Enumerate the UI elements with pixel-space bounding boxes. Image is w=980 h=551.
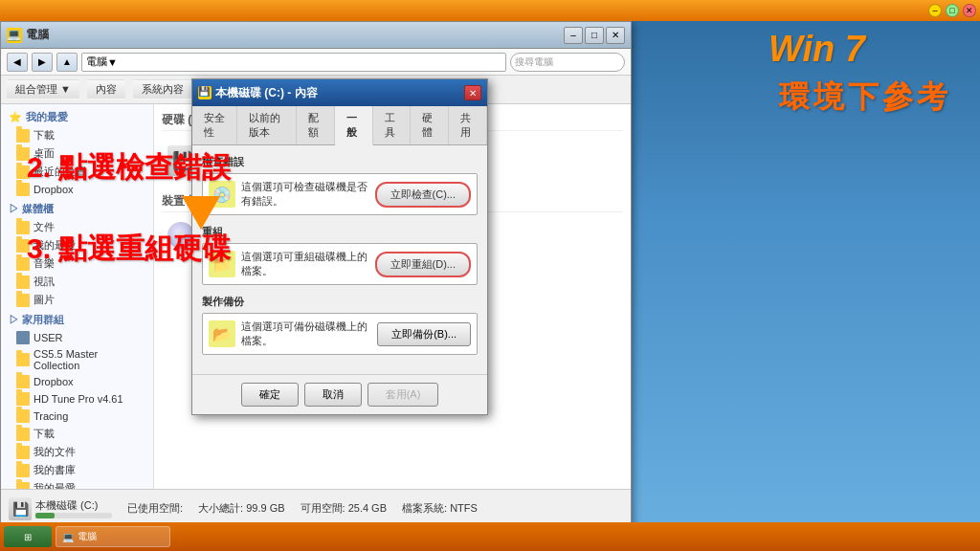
close-button[interactable]: ✕ bbox=[963, 4, 976, 17]
sidebar-item-mylibrary[interactable]: 我的書庫 bbox=[1, 461, 153, 479]
sidebar-item-cs55[interactable]: CS5.5 Master Collection bbox=[1, 346, 153, 373]
sidebar-item-myfavorites[interactable]: 我的最愛 bbox=[1, 479, 153, 489]
dialog-tab-previous[interactable]: 以前的版本 bbox=[237, 106, 297, 144]
statusbar-used-item: 已使用空間: bbox=[127, 501, 183, 516]
win7-annotation: Win 7 bbox=[768, 29, 865, 70]
defrag-now-button[interactable]: 立即重組(D)... bbox=[375, 252, 471, 277]
sidebar-item-label: 我的最愛 bbox=[33, 238, 76, 253]
backup-now-button[interactable]: 立即備份(B)... bbox=[377, 322, 471, 346]
sidebar-homegroup-header[interactable]: ▷ 家用群組 bbox=[1, 309, 153, 329]
statusbar-free-item: 可用空間: 25.4 GB bbox=[301, 501, 387, 516]
dialog-tab-general[interactable]: 一般 bbox=[335, 106, 373, 145]
folder-icon bbox=[16, 464, 30, 477]
star-icon: ⭐ bbox=[9, 111, 22, 123]
backup-section-icon: 📂 bbox=[209, 320, 235, 347]
title-bar: – □ ✕ bbox=[0, 0, 980, 21]
taskbar-explorer-icon: 💻 bbox=[62, 532, 74, 542]
defrag-section-icon: 📁 bbox=[209, 251, 235, 277]
forward-button[interactable]: ▶ bbox=[32, 53, 53, 72]
sidebar-item-download2[interactable]: 下載 bbox=[1, 425, 153, 443]
check-section-text: 這個選項可檢查磁碟機是否有錯誤。 bbox=[241, 180, 369, 209]
dialog-apply-button[interactable]: 套用(A) bbox=[368, 383, 439, 407]
folder-icon bbox=[16, 165, 30, 179]
dialog-ok-button[interactable]: 確定 bbox=[241, 383, 299, 407]
statusbar-bar-fill bbox=[35, 513, 55, 518]
dialog-section-check: 檢查錯誤 💿 這個選項可檢查磁碟機是否有錯誤。 立即檢查(C)... bbox=[202, 155, 478, 215]
address-box[interactable]: 電腦 ▼ bbox=[81, 53, 506, 72]
dialog-titlebar: 💾 本機磁碟 (C:) - 內容 ✕ bbox=[192, 79, 487, 106]
explorer-win-controls: – □ ✕ bbox=[564, 27, 625, 44]
dialog-content: 檢查錯誤 💿 這個選項可檢查磁碟機是否有錯誤。 立即檢查(C)... 重組 📁 … bbox=[192, 145, 487, 374]
sidebar-item-label: 下載 bbox=[33, 128, 55, 143]
sidebar-item-video[interactable]: 視訊 bbox=[1, 273, 153, 291]
statusbar-fs-label: 檔案系統: NTFS bbox=[402, 501, 478, 516]
sidebar-item-user[interactable]: USER bbox=[1, 329, 153, 346]
sidebar-item-mydocs[interactable]: 我的文件 bbox=[1, 443, 153, 461]
sidebar-item-dropbox2[interactable]: Dropbox bbox=[1, 373, 153, 390]
window-controls: – □ ✕ bbox=[928, 4, 976, 17]
sidebar-medialibrary-header[interactable]: ▷ 媒體櫃 bbox=[1, 198, 153, 218]
sidebar-item-music[interactable]: 音樂 bbox=[1, 254, 153, 273]
backup-section-title: 製作備份 bbox=[202, 295, 478, 309]
dialog-tab-quota[interactable]: 配額 bbox=[297, 106, 335, 144]
maximize-button[interactable]: □ bbox=[946, 4, 959, 17]
dialog-close-button[interactable]: ✕ bbox=[464, 85, 481, 100]
sidebar-item-label: 下載 bbox=[33, 427, 55, 441]
sidebar-item-download[interactable]: 下載 bbox=[1, 126, 153, 144]
dialog-tab-tools[interactable]: 工具 bbox=[373, 106, 412, 144]
dvd-icon bbox=[167, 222, 194, 249]
start-icon: ⊞ bbox=[24, 532, 32, 542]
check-section-title: 檢查錯誤 bbox=[202, 155, 478, 169]
explorer-sidebar: ⭐ 我的最愛 下載 桌面 最近的位置 Dropbox bbox=[1, 104, 154, 489]
explorer-close-button[interactable]: ✕ bbox=[606, 27, 625, 44]
check-now-button[interactable]: 立即檢查(C)... bbox=[375, 182, 471, 208]
dialog-tab-hardware[interactable]: 硬體 bbox=[411, 106, 449, 144]
sidebar-item-label: HD Tune Pro v4.61 bbox=[33, 393, 123, 405]
toolbar-system-props[interactable]: 系統內容 bbox=[133, 79, 192, 99]
dialog-tab-security[interactable]: 安全性 bbox=[192, 106, 237, 144]
dialog-box: 💾 本機磁碟 (C:) - 內容 ✕ 安全性 以前的版本 配額 一般 工具 硬體… bbox=[191, 78, 488, 415]
folder-icon bbox=[16, 482, 30, 490]
back-button[interactable]: ◀ bbox=[7, 53, 28, 72]
search-box[interactable]: 搜尋電腦 bbox=[510, 53, 625, 72]
dialog-cancel-button[interactable]: 取消 bbox=[304, 383, 362, 407]
sidebar-favorites-label: 我的最愛 bbox=[26, 110, 68, 124]
sidebar-item-tracing[interactable]: Tracing bbox=[1, 408, 153, 425]
sidebar-item-documents[interactable]: 文件 bbox=[1, 218, 153, 236]
backup-section-text: 這個選項可備份磁碟機上的檔案。 bbox=[241, 320, 371, 348]
sidebar-item-dropbox[interactable]: Dropbox bbox=[1, 181, 153, 198]
explorer-maximize-button[interactable]: □ bbox=[585, 27, 604, 44]
toolbar-organize[interactable]: 組合管理 ▼ bbox=[7, 79, 79, 99]
search-placeholder: 搜尋電腦 bbox=[515, 55, 553, 69]
minimize-button[interactable]: – bbox=[928, 4, 942, 17]
sidebar-item-label: 我的文件 bbox=[33, 445, 76, 459]
explorer-minimize-button[interactable]: – bbox=[564, 27, 583, 44]
taskbar-explorer-button[interactable]: 💻 電腦 bbox=[56, 526, 170, 547]
dialog-section-defrag: 重組 📁 這個選項可重組磁碟機上的檔案。 立即重組(D)... bbox=[202, 225, 478, 285]
dialog-title-icon: 💾 bbox=[198, 86, 212, 99]
sidebar-item-favorites2[interactable]: 我的最愛 bbox=[1, 236, 153, 254]
folder-icon bbox=[16, 183, 30, 196]
defrag-section-text: 這個選項可重組磁碟機上的檔案。 bbox=[241, 250, 369, 278]
sidebar-favorites-header[interactable]: ⭐ 我的最愛 bbox=[1, 108, 153, 126]
sidebar-item-pictures[interactable]: 圖片 bbox=[1, 291, 153, 309]
folder-icon bbox=[16, 257, 30, 271]
up-button[interactable]: ▲ bbox=[56, 53, 78, 72]
dialog-section-backup: 製作備份 📂 這個選項可備份磁碟機上的檔案。 立即備份(B)... bbox=[202, 295, 478, 355]
taskbar-explorer-label: 電腦 bbox=[78, 530, 97, 543]
sidebar-item-desktop[interactable]: 桌面 bbox=[1, 144, 153, 163]
toolbar-properties[interactable]: 內容 bbox=[87, 79, 125, 99]
folder-icon bbox=[16, 147, 30, 161]
sidebar-item-label: 文件 bbox=[33, 220, 55, 234]
statusbar-total-item: 大小總計: 99.9 GB bbox=[198, 501, 284, 516]
start-button[interactable]: ⊞ bbox=[4, 526, 52, 547]
sidebar-item-recent[interactable]: 最近的位置 bbox=[1, 163, 153, 181]
sidebar-item-label: 視訊 bbox=[33, 275, 55, 289]
chinese-annotation: 環境下參考 bbox=[779, 77, 951, 119]
sidebar-item-label: CS5.5 Master Collection bbox=[33, 348, 145, 371]
statusbar-drive-icon: 💾 bbox=[9, 497, 32, 520]
sidebar-item-label: USER bbox=[33, 332, 63, 343]
sidebar-item-hdtune[interactable]: HD Tune Pro v4.61 bbox=[1, 390, 153, 408]
dialog-tab-sharing[interactable]: 共用 bbox=[449, 106, 487, 144]
computer-icon bbox=[16, 331, 30, 344]
